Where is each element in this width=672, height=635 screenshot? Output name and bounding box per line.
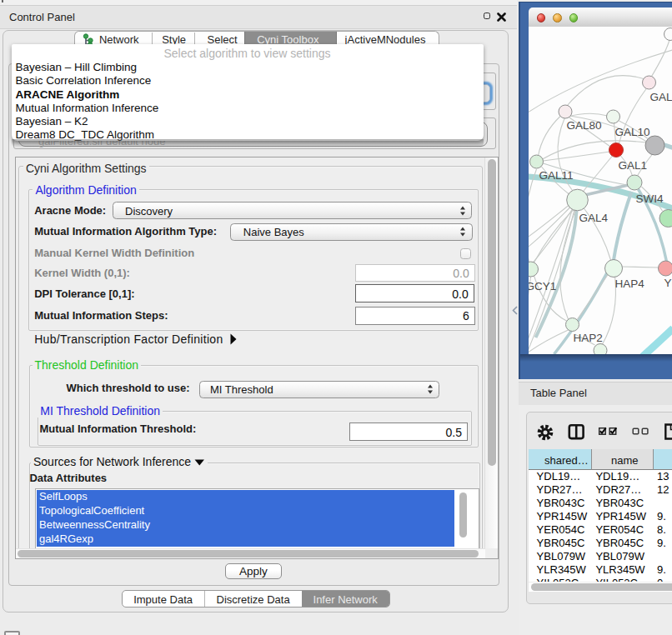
svg-text:GCY1: GCY1 <box>529 280 556 292</box>
svg-text:GAL11: GAL11 <box>539 169 574 182</box>
svg-text:GAL4: GAL4 <box>579 212 609 224</box>
svg-text:GAL80: GAL80 <box>567 119 602 132</box>
svg-text:YM: YM <box>664 277 672 289</box>
svg-text:GAL7: GAL7 <box>650 91 672 103</box>
svg-text:SWI4: SWI4 <box>636 192 664 205</box>
svg-text:HAP4: HAP4 <box>615 278 645 290</box>
svg-text:HAP2: HAP2 <box>574 332 603 344</box>
svg-text:GAL10: GAL10 <box>615 126 650 138</box>
svg-text:GAL1: GAL1 <box>619 159 648 172</box>
